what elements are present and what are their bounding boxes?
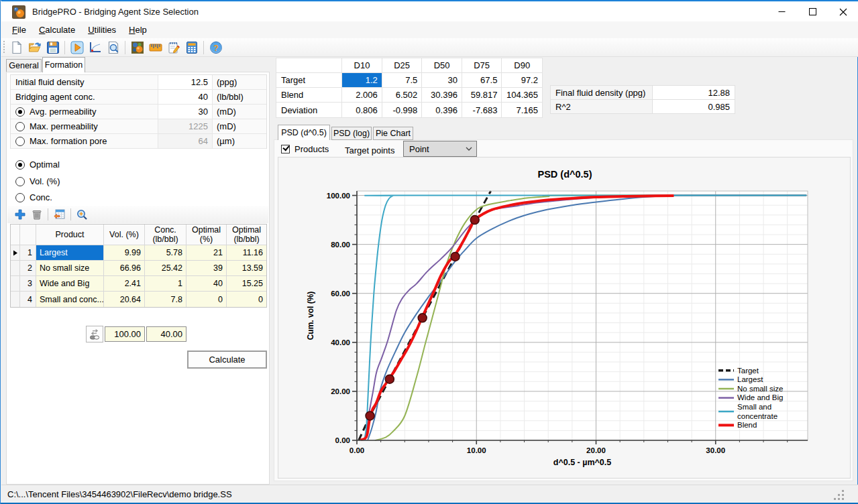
d-table-cell[interactable]: 1.2 [342,73,382,88]
optimal-pct-cell[interactable]: 39 [186,261,227,276]
row-selector-cell[interactable] [11,292,20,307]
vol-cell[interactable]: 20.64 [104,292,145,307]
d-table-cell[interactable]: 6.502 [382,88,423,103]
transfer-button[interactable] [86,326,103,342]
optimal-pct-cell[interactable]: 40 [186,276,227,292]
ruler-icon [149,41,162,54]
legend-label: Target [737,367,759,375]
preview-button[interactable] [104,40,122,56]
optimal-lb-cell[interactable]: 0 [227,292,266,307]
conc-cell[interactable]: 25.42 [145,261,186,276]
toolbar-grip[interactable] [3,41,5,54]
add-row-button[interactable] [11,207,28,223]
mode-radio-conc[interactable]: Conc. [15,192,52,202]
d-table-cell[interactable]: 7.165 [502,103,542,117]
field-row: Initial fluid density12.5(ppg) [11,75,266,90]
vol-cell[interactable]: 66.96 [104,261,145,276]
vol-cell[interactable]: 9.99 [104,245,145,261]
row-selector-cell[interactable] [11,245,20,261]
optimal-lb-cell[interactable]: 11.16 [227,245,266,261]
resize-grip[interactable] [833,489,845,501]
d-table-cell[interactable]: 67.5 [462,73,502,88]
total-volume-field[interactable]: 100.00 [105,326,145,342]
d-table-cell[interactable]: 97.2 [502,73,542,88]
field-value[interactable]: 40 [158,90,213,104]
field-radio[interactable] [15,137,25,146]
products-checkbox[interactable] [281,145,290,153]
d-table-cell[interactable]: 104.365 [502,88,542,103]
run-button[interactable] [68,40,86,56]
d-table-cell[interactable]: 30 [422,73,462,88]
vol-cell[interactable]: 2.41 [104,276,145,292]
field-value[interactable]: 30 [158,105,213,119]
tab-pie-chart[interactable]: Pie Chart [373,127,413,140]
target-points-dropdown[interactable]: Point [403,141,477,157]
calculate-button[interactable]: Calculate [187,351,267,369]
field-value: 1225 [158,119,213,133]
d-table-cell[interactable]: 7.5 [382,73,423,88]
conc-cell[interactable]: 7.8 [145,292,186,307]
row-number-cell: 4 [20,292,36,307]
field-label-text: Avg. permeability [30,107,96,117]
d-table-cell[interactable]: 59.817 [462,88,502,103]
field-radio[interactable] [15,122,25,131]
minimize-button[interactable] [766,1,797,22]
d-table-cell[interactable]: 2.006 [342,88,382,103]
product-cell[interactable]: Small and conc... [36,292,104,307]
d-table-cell[interactable]: -0.998 [382,103,423,117]
field-radio[interactable] [15,107,25,117]
product-cell[interactable]: Largest [36,245,104,261]
row-selector-cell[interactable] [11,261,20,276]
menu-utilities[interactable]: Utilities [83,23,121,37]
d-table-cell[interactable]: 30.396 [422,88,462,103]
conc-cell[interactable]: 1 [145,276,186,292]
legend-label: Small and [737,403,771,411]
delete-row-button[interactable] [28,207,45,223]
d-table-row-label: Target [276,73,342,88]
new-button[interactable] [7,40,25,56]
close-button[interactable] [828,1,858,22]
optimal-lb-cell[interactable]: 13.59 [227,261,266,276]
save-button[interactable] [44,40,62,56]
add-icon [15,209,25,220]
tab-psd-d-0-5-[interactable]: PSD (d^0.5) [278,125,330,140]
legend-label: concentrate [737,412,777,420]
optimal-pct-cell[interactable]: 0 [186,292,227,307]
legend-label: Largest [737,375,763,383]
menu-help[interactable]: Help [123,23,152,37]
current-row-arrow-icon [13,250,18,256]
optimal-pct-cell[interactable]: 21 [186,245,227,261]
axes-button[interactable] [86,40,104,56]
help-button[interactable]: ? [207,40,225,56]
tab-psd-log-[interactable]: PSD (log) [331,127,372,140]
calculator-button[interactable] [182,40,201,56]
maximize-button[interactable] [797,1,828,22]
d-table-row: Blend2.0066.50230.39659.817104.365 [276,88,542,103]
d-table-cell[interactable]: 0.806 [342,103,382,117]
tab-general[interactable]: General [6,59,42,72]
mode-radio-optimal[interactable]: Optimal [15,160,60,170]
d-values-table: D10D25D50D75D90Target1.27.53067.597.2Ble… [276,58,543,118]
mode-radio-vol[interactable]: Vol. (%) [15,176,60,186]
row-selector-cell[interactable] [11,276,20,292]
notes-button[interactable] [164,40,182,56]
product-cell[interactable]: No small size [36,261,104,276]
conc-cell[interactable]: 5.78 [145,245,186,261]
optimal-lb-cell[interactable]: 15.25 [227,276,266,292]
menu-file[interactable]: File [7,23,32,37]
products-button[interactable] [128,40,146,56]
tab-formation[interactable]: Formation [42,57,85,72]
product-cell[interactable]: Wide and Big [36,276,104,292]
open-button[interactable] [25,40,44,56]
field-value[interactable]: 12.5 [158,75,213,89]
d-table-cell[interactable]: 0.396 [422,103,462,117]
ruler-button[interactable] [146,40,164,56]
field-label: Initial fluid density [11,75,158,89]
zoom-row-button[interactable] [74,207,91,223]
total-concentration-field[interactable]: 40.00 [146,326,186,342]
import-row-button[interactable] [51,207,68,223]
menu-calculate[interactable]: Calculate [34,23,81,37]
result-value: 12.88 [653,86,735,99]
row-number-cell: 1 [20,245,36,261]
d-table-cell[interactable]: -7.683 [462,103,502,117]
